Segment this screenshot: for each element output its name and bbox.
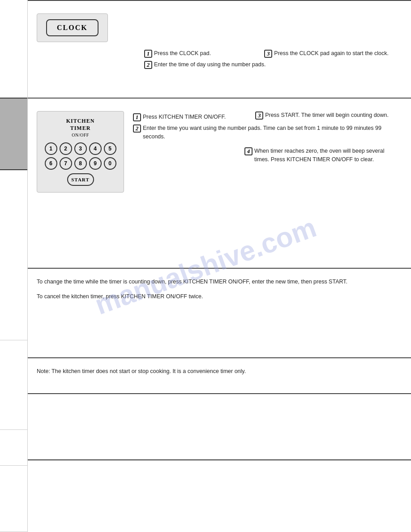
key-3[interactable]: 3 <box>74 142 87 155</box>
kt-step2-text: Enter the time you want using the number… <box>143 124 402 141</box>
clock-step2-text: Enter the time of day using the number p… <box>154 60 265 69</box>
sidebar-section-2 <box>0 170 27 340</box>
step-num-1: 1 <box>144 50 152 58</box>
kt-step-num-1: 1 <box>133 113 141 121</box>
kt-step-num-2: 2 <box>133 124 141 133</box>
key-1[interactable]: 1 <box>45 142 57 155</box>
empty-section <box>28 394 411 460</box>
kt-step-3: 3 Press START. The timer will begin coun… <box>255 111 389 120</box>
kt-step-4: 4 When timer reaches zero, the oven will… <box>244 147 389 164</box>
additional-instructions-section: To change the time while the timer is co… <box>28 269 411 358</box>
start-button[interactable]: Start <box>67 173 94 186</box>
clock-step3-text: Press the CLOCK pad again to start the c… <box>274 49 389 58</box>
additional-text-1: To change the time while the timer is co… <box>37 278 402 286</box>
sidebar-section-top <box>0 0 27 99</box>
key-0[interactable]: 0 <box>104 157 116 170</box>
clock-button-label: Clock <box>46 19 98 36</box>
clock-step-2: 2 Enter the time of day using the number… <box>144 60 402 69</box>
kitchen-timer-panel: Kitchen Timer on/off 1 2 3 4 5 6 7 <box>37 111 124 193</box>
step-num-3: 3 <box>264 50 272 58</box>
kt-step-num-3: 3 <box>255 112 263 120</box>
kt-step-2: 2 Enter the time you want using the numb… <box>133 124 402 141</box>
kt-step-num-4: 4 <box>244 147 253 155</box>
note-section: Note: The kitchen timer does not start o… <box>28 358 411 394</box>
kt-step3-text: Press START. The timer will begin counti… <box>265 111 389 120</box>
clock-section: Clock 1 Press the CLOCK pad. 2 Enter the… <box>28 0 411 99</box>
kt-step1-text: Press KITCHEN TIMER ON/OFF. <box>143 113 226 121</box>
kitchen-timer-title: Kitchen Timer on/off <box>44 118 116 139</box>
key-9[interactable]: 9 <box>89 157 102 170</box>
main-content: Clock 1 Press the CLOCK pad. 2 Enter the… <box>28 0 411 532</box>
kt-step4-text: When timer reaches zero, the oven will b… <box>254 147 389 164</box>
clock-button-panel: Clock <box>37 13 108 42</box>
key-2[interactable]: 2 <box>60 142 72 155</box>
key-4[interactable]: 4 <box>89 142 102 155</box>
numpad-row-1: 1 2 3 4 5 <box>45 142 116 155</box>
numpad-row-2: 6 7 8 9 0 <box>45 157 116 170</box>
sidebar-section-3 <box>0 340 27 430</box>
sidebar-sections <box>0 170 27 532</box>
key-7[interactable]: 7 <box>60 157 72 170</box>
sidebar-section-5 <box>0 466 27 532</box>
key-6[interactable]: 6 <box>45 157 57 170</box>
sidebar-section-gray <box>0 99 27 170</box>
clock-step1-text: Press the CLOCK pad. <box>154 49 211 58</box>
sidebar-section-4 <box>0 430 27 466</box>
key-5[interactable]: 5 <box>104 142 116 155</box>
clock-step-3: 3 Press the CLOCK pad again to start the… <box>264 49 389 58</box>
kitchen-timer-section: Kitchen Timer on/off 1 2 3 4 5 6 7 <box>28 99 411 269</box>
kitchen-timer-numpad: 1 2 3 4 5 6 7 8 9 0 <box>44 142 116 170</box>
note-text: Note: The kitchen timer does not start o… <box>37 367 402 376</box>
additional-text-2: To cancel the kitchen timer, press KITCH… <box>37 292 402 301</box>
step-num-2: 2 <box>144 61 152 69</box>
key-8[interactable]: 8 <box>74 157 87 170</box>
sidebar <box>0 0 28 532</box>
